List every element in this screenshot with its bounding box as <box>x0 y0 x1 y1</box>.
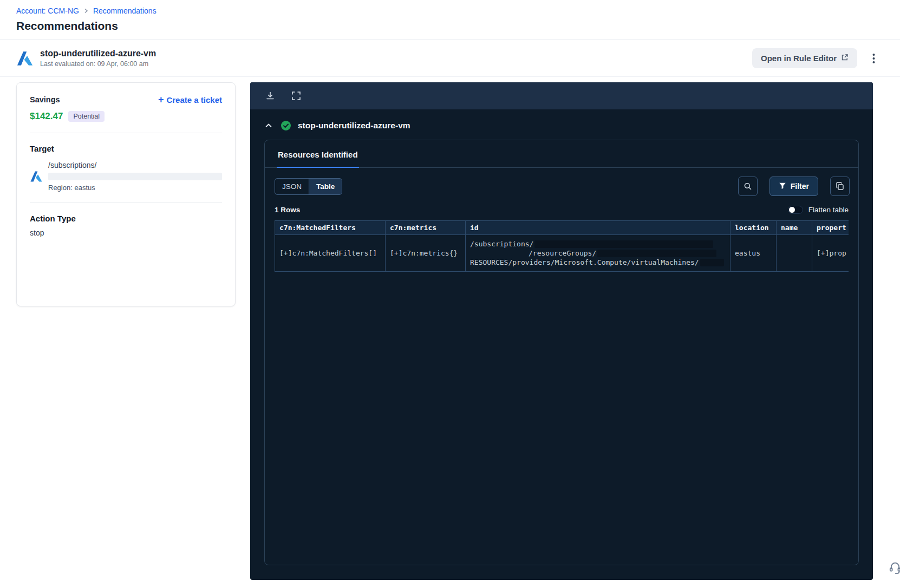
view-mode-table-button[interactable]: Table <box>309 179 342 194</box>
rule-header-text: stop-underutilized-azure-vm Last evaluat… <box>40 49 156 68</box>
controls-row: JSON Table Filter <box>265 168 858 196</box>
card-divider <box>30 133 222 133</box>
plus-icon: + <box>158 95 164 104</box>
support-chat-icon[interactable] <box>888 560 900 576</box>
content: Savings + Create a ticket $142.47 Potent… <box>0 77 900 580</box>
flatten-control: Flatten table <box>788 206 849 214</box>
page-title: Recommendations <box>16 19 883 32</box>
cell-id: /subscriptions/ /resourceGroups/ RESOURC… <box>466 235 731 272</box>
card-divider <box>30 202 222 203</box>
collapse-chevron-button[interactable] <box>263 120 274 131</box>
resources-viewer-panel: stop-underutilized-azure-vm Resources Id… <box>250 82 873 580</box>
view-mode-segmented-control: JSON Table <box>275 178 342 195</box>
cell-metrics-expander[interactable]: [+]c7n:metrics{} <box>386 235 466 272</box>
viewer-rule-title: stop-underutilized-azure-vm <box>298 121 410 130</box>
topbar: Account: CCM-NG Recommendations Recommen… <box>0 0 900 32</box>
more-options-kebab-button[interactable] <box>869 51 878 66</box>
search-button[interactable] <box>738 177 758 196</box>
breadcrumb-account-link[interactable]: Account: CCM-NG <box>16 6 79 15</box>
column-header-name: name <box>777 221 812 235</box>
target-path: /subscriptions/ <box>48 161 222 169</box>
results-panel: Resources Identified JSON Table <box>264 140 859 565</box>
target-row: /subscriptions/ Region: eastus <box>30 161 222 192</box>
column-header-metrics: c7n:metrics <box>386 221 466 235</box>
rows-count: 1 Rows <box>275 206 300 214</box>
redacted-value <box>534 240 713 248</box>
breadcrumb-current-link[interactable]: Recommendations <box>93 6 156 15</box>
rule-name: stop-underutilized-azure-vm <box>40 49 156 58</box>
flatten-table-toggle[interactable] <box>788 206 803 214</box>
view-mode-json-button[interactable]: JSON <box>275 179 309 194</box>
column-header-matched-filters: c7n:MatchedFilters <box>275 221 386 235</box>
target-label: Target <box>30 144 222 153</box>
flatten-table-label: Flatten table <box>808 206 849 214</box>
tabs-row: Resources Identified <box>265 140 858 168</box>
create-ticket-label: Create a ticket <box>166 95 222 104</box>
azure-icon <box>30 170 43 183</box>
copy-button[interactable] <box>830 177 850 196</box>
cell-matched-filters-expander[interactable]: [+]c7n:MatchedFilters[] <box>275 235 386 272</box>
summary-card: Savings + Create a ticket $142.47 Potent… <box>16 82 236 306</box>
viewer-toolbar <box>250 82 873 109</box>
redacted-value <box>700 259 724 266</box>
column-header-id: id <box>466 221 731 235</box>
fullscreen-button[interactable] <box>289 89 303 103</box>
redacted-value <box>48 173 222 180</box>
filter-label: Filter <box>791 182 809 191</box>
external-link-icon <box>841 54 849 63</box>
potential-badge: Potential <box>68 111 105 122</box>
column-header-properties: propert <box>812 221 849 235</box>
funnel-icon <box>779 182 786 191</box>
table-header-row: c7n:MatchedFilters c7n:metrics id locati… <box>275 221 849 235</box>
cell-name <box>777 235 812 272</box>
rule-header: stop-underutilized-azure-vm Last evaluat… <box>0 40 900 77</box>
target-region: Region: eastus <box>48 184 222 192</box>
success-check-icon <box>281 120 291 131</box>
filter-button[interactable]: Filter <box>769 177 818 196</box>
table-row: [+]c7n:MatchedFilters[] [+]c7n:metrics{}… <box>275 235 849 272</box>
savings-amount: $142.47 <box>30 111 63 122</box>
viewer-rule-row: stop-underutilized-azure-vm <box>250 109 873 131</box>
open-in-rule-editor-label: Open in Rule Editor <box>761 54 837 63</box>
chevron-right-icon <box>83 8 89 14</box>
cell-properties-expander[interactable]: [+]prop <box>812 235 849 272</box>
create-ticket-link[interactable]: + Create a ticket <box>158 95 222 104</box>
tab-resources-identified[interactable]: Resources Identified <box>277 140 359 168</box>
redacted-value <box>597 250 716 257</box>
rule-last-evaluated: Last evaluated on: 09 Apr, 06:00 am <box>40 60 156 68</box>
cell-location: eastus <box>731 235 777 272</box>
breadcrumb: Account: CCM-NG Recommendations <box>16 6 883 15</box>
action-type-value: stop <box>30 228 222 237</box>
open-in-rule-editor-button[interactable]: Open in Rule Editor <box>752 48 857 68</box>
column-header-location: location <box>731 221 777 235</box>
action-type-label: Action Type <box>30 214 222 223</box>
rows-row: 1 Rows Flatten table <box>265 196 858 214</box>
savings-label: Savings <box>30 95 60 104</box>
download-button[interactable] <box>263 89 277 103</box>
azure-icon <box>16 50 34 67</box>
results-table-wrap[interactable]: c7n:MatchedFilters c7n:metrics id locati… <box>275 220 849 272</box>
results-table: c7n:MatchedFilters c7n:metrics id locati… <box>275 220 849 272</box>
